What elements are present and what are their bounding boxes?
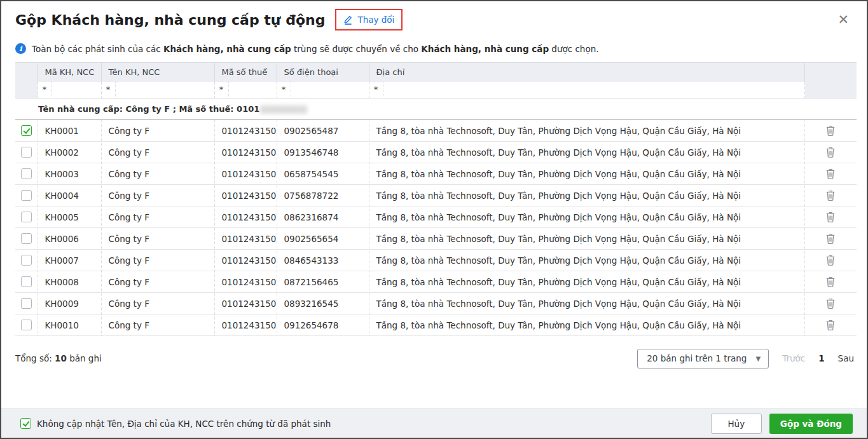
cell-address: Tầng 8, tòa nhà Technosoft, Duy Tân, Phư…	[369, 185, 804, 206]
cell-name: Công ty F	[101, 206, 214, 228]
trash-icon[interactable]	[823, 145, 837, 160]
cell-name: Công ty F	[101, 271, 214, 293]
cell-address: Tầng 8, tòa nhà Technosoft, Duy Tân, Phư…	[369, 120, 804, 142]
filter-address-input[interactable]	[383, 83, 804, 97]
page-title: Gộp Khách hàng, nhà cung cấp tự động	[15, 12, 325, 28]
prev-page-button[interactable]: Trước	[782, 353, 805, 363]
filter-tax-input[interactable]	[229, 83, 277, 97]
row-checkbox[interactable]	[21, 168, 32, 179]
trash-icon[interactable]	[823, 253, 837, 268]
customers-table: Mã KH, NCC Tên KH, NCC Mã số thuế Số điệ…	[15, 62, 857, 336]
cell-phone: 0872156465	[277, 271, 369, 293]
cell-code: KH0006	[38, 228, 101, 250]
trash-icon[interactable]	[823, 274, 837, 290]
cell-phone: 0846543133	[277, 250, 369, 271]
column-header-code[interactable]: Mã KH, NCC	[38, 63, 101, 82]
total-records: Tổng số: 10 bản ghi	[15, 353, 102, 363]
cell-name: Công ty F	[101, 293, 214, 314]
row-checkbox[interactable]	[21, 298, 32, 309]
cell-tax-code: 0101243150	[214, 120, 277, 142]
no-update-checkbox-box[interactable]	[20, 418, 31, 429]
info-banner: i Toàn bộ các phát sinh của các Khách hà…	[1, 38, 867, 59]
row-checkbox[interactable]	[21, 190, 32, 201]
cell-phone: 0658754545	[277, 163, 369, 185]
filter-operator[interactable]: *	[215, 82, 229, 97]
cell-phone: 0893216545	[277, 293, 369, 314]
trash-icon[interactable]	[823, 188, 837, 203]
cell-code: KH0001	[38, 120, 101, 142]
cell-phone: 0902565487	[277, 120, 369, 142]
current-page[interactable]: 1	[818, 353, 824, 363]
cell-address: Tầng 8, tòa nhà Technosoft, Duy Tân, Phư…	[369, 293, 804, 314]
change-button-label: Thay đổi	[357, 15, 394, 25]
table-row: KH0004 Công ty F 0101243150 0756878722 T…	[15, 185, 857, 206]
header-checkbox-cell	[15, 63, 38, 82]
cancel-button[interactable]: Hủy	[711, 414, 762, 434]
redacted-tax-code	[260, 105, 307, 114]
cell-name: Công ty F	[101, 250, 214, 271]
cell-address: Tầng 8, tòa nhà Technosoft, Duy Tân, Phư…	[369, 142, 804, 163]
page-size-select[interactable]: 20 bản ghi trên 1 trang ▼	[637, 349, 769, 368]
table-footer: Tổng số: 10 bản ghi 20 bản ghi trên 1 tr…	[15, 348, 854, 368]
cell-code: KH0010	[38, 314, 101, 336]
trash-icon[interactable]	[823, 231, 837, 247]
cell-name: Công ty F	[101, 163, 214, 185]
action-buttons: Hủy Gộp và Đóng	[711, 414, 853, 434]
no-update-checkbox[interactable]: Không cập nhật Tên, Địa chỉ của KH, NCC …	[20, 418, 331, 429]
trash-icon[interactable]	[823, 318, 837, 333]
cell-code: KH0004	[38, 185, 101, 206]
filter-operator[interactable]: *	[38, 82, 52, 97]
customers-table-wrap: Mã KH, NCC Tên KH, NCC Mã số thuế Số điệ…	[15, 62, 854, 336]
cell-tax-code: 0101243150	[214, 142, 277, 163]
trash-icon[interactable]	[823, 166, 837, 182]
row-checkbox[interactable]	[21, 276, 32, 287]
merge-and-close-button[interactable]: Gộp và Đóng	[769, 414, 853, 434]
table-header-row: Mã KH, NCC Tên KH, NCC Mã số thuế Số điệ…	[15, 63, 857, 82]
cell-tax-code: 0101243150	[214, 293, 277, 314]
cell-address: Tầng 8, tòa nhà Technosoft, Duy Tân, Phư…	[369, 314, 804, 336]
table-filter-row: * * * * *	[15, 82, 857, 98]
row-checkbox[interactable]	[21, 212, 32, 222]
trash-icon[interactable]	[823, 123, 837, 138]
trash-icon[interactable]	[823, 210, 837, 225]
cell-name: Công ty F	[101, 228, 214, 250]
change-button[interactable]: Thay đổi	[338, 12, 399, 27]
cell-address: Tầng 8, tòa nhà Technosoft, Duy Tân, Phư…	[369, 271, 804, 293]
column-header-name[interactable]: Tên KH, NCC	[101, 63, 214, 82]
row-checkbox[interactable]	[21, 147, 32, 158]
filter-name-input[interactable]	[116, 83, 214, 97]
filter-code-input[interactable]	[52, 83, 101, 97]
cell-code: KH0009	[38, 293, 101, 314]
change-button-highlight: Thay đổi	[335, 9, 403, 30]
dialog-footer-bar: Không cập nhật Tên, Địa chỉ của KH, NCC …	[1, 409, 867, 438]
table-row: KH0002 Công ty F 0101243150 0913546748 T…	[15, 142, 857, 163]
row-checkbox[interactable]	[21, 320, 32, 330]
filter-phone-input[interactable]	[291, 83, 369, 97]
column-header-tax[interactable]: Mã số thuế	[214, 63, 277, 82]
filter-operator[interactable]: *	[369, 82, 383, 97]
row-checkbox[interactable]	[21, 125, 32, 136]
filter-operator[interactable]: *	[277, 82, 291, 97]
next-page-button[interactable]: Sau	[838, 353, 854, 363]
page-size-value: 20 bản ghi trên 1 trang	[647, 353, 747, 363]
row-checkbox[interactable]	[21, 255, 32, 266]
cell-phone: 0902565654	[277, 228, 369, 250]
table-row: KH0009 Công ty F 0101243150 0893216545 T…	[15, 293, 857, 314]
cell-name: Công ty F	[101, 185, 214, 206]
cell-phone: 0913546748	[277, 142, 369, 163]
column-header-phone[interactable]: Số điện thoại	[277, 63, 369, 82]
table-row: KH0003 Công ty F 0101243150 0658754545 T…	[15, 163, 857, 185]
merge-customers-dialog: Gộp Khách hàng, nhà cung cấp tự động Tha…	[0, 0, 868, 439]
cell-tax-code: 0101243150	[214, 185, 277, 206]
header-actions-cell	[804, 63, 857, 82]
filter-operator[interactable]: *	[102, 82, 116, 97]
row-checkbox[interactable]	[21, 233, 32, 244]
dialog-header: Gộp Khách hàng, nhà cung cấp tự động Tha…	[1, 1, 867, 38]
group-header-text: Tên nhà cung cấp: Công ty F ; Mã số thuế…	[38, 104, 259, 114]
cell-code: KH0007	[38, 250, 101, 271]
trash-icon[interactable]	[823, 296, 837, 311]
table-row: KH0006 Công ty F 0101243150 0902565654 T…	[15, 228, 857, 250]
column-header-address[interactable]: Địa chỉ	[369, 63, 804, 82]
close-icon[interactable]: ✕	[835, 12, 851, 28]
table-row: KH0001 Công ty F 0101243150 0902565487 T…	[15, 120, 857, 142]
